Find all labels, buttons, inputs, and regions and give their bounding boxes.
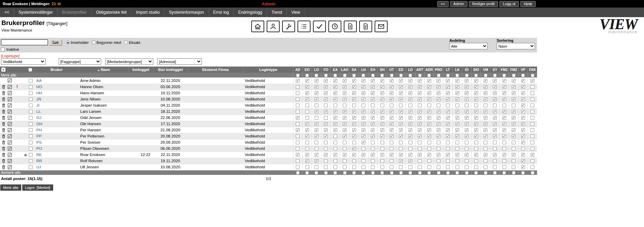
deselect-all-checkbox-pro[interactable] bbox=[437, 171, 440, 175]
access-checkbox-lo[interactable] bbox=[315, 104, 318, 107]
access-checkbox-io[interactable] bbox=[465, 159, 469, 163]
row-select-checkbox[interactable] bbox=[29, 104, 33, 107]
access-checkbox-ea[interactable] bbox=[333, 128, 337, 132]
access-checkbox-ed[interactable] bbox=[399, 85, 403, 89]
user-code-link[interactable]: AA bbox=[36, 79, 41, 83]
access-checkbox-ut[interactable] bbox=[390, 116, 393, 120]
access-checkbox-ld[interactable] bbox=[409, 97, 412, 101]
access-checkbox-pro[interactable] bbox=[437, 110, 440, 113]
edit-row-icon[interactable] bbox=[7, 152, 12, 157]
access-checkbox-vm[interactable] bbox=[484, 104, 487, 107]
access-checkbox-fm1[interactable] bbox=[502, 122, 506, 126]
select-all-checkbox-lk[interactable] bbox=[455, 74, 459, 77]
access-checkbox-pro[interactable] bbox=[437, 147, 440, 151]
select-all-checkbox-sio[interactable] bbox=[474, 74, 478, 77]
access-checkbox-lh[interactable] bbox=[362, 122, 365, 126]
edit-row-icon[interactable] bbox=[7, 84, 12, 89]
access-checkbox-io[interactable] bbox=[465, 97, 469, 101]
access-checkbox-lt[interactable] bbox=[446, 79, 450, 83]
access-checkbox-eh[interactable] bbox=[371, 159, 375, 163]
access-checkbox-ed[interactable] bbox=[399, 104, 403, 107]
access-checkbox-lao[interactable] bbox=[343, 79, 347, 83]
access-checkbox-fo[interactable] bbox=[324, 141, 328, 144]
access-checkbox-fak[interactable] bbox=[531, 141, 534, 144]
select-all-checkbox-fm1[interactable] bbox=[502, 74, 506, 77]
delete-row-icon[interactable] bbox=[1, 146, 6, 151]
access-checkbox-ea[interactable] bbox=[333, 110, 337, 113]
row-select-checkbox[interactable] bbox=[29, 141, 33, 144]
access-checkbox-vm[interactable] bbox=[484, 97, 487, 101]
access-checkbox-fm2[interactable] bbox=[512, 85, 515, 89]
select-all-checkbox-fm2[interactable] bbox=[512, 74, 515, 77]
access-checkbox-eo[interactable] bbox=[305, 91, 309, 95]
access-checkbox-ad[interactable] bbox=[296, 141, 300, 144]
access-checkbox-fak[interactable] bbox=[531, 134, 534, 138]
access-checkbox-pro[interactable] bbox=[437, 165, 440, 169]
row-select-checkbox[interactable] bbox=[29, 153, 33, 157]
access-checkbox-lt[interactable] bbox=[446, 128, 450, 132]
deselect-all-checkbox-lk[interactable] bbox=[455, 171, 459, 175]
access-checkbox-lh[interactable] bbox=[362, 110, 365, 113]
access-checkbox-sa[interactable] bbox=[352, 104, 356, 107]
access-checkbox-vm[interactable] bbox=[484, 79, 487, 83]
access-checkbox-ea[interactable] bbox=[333, 91, 337, 95]
edit-row-icon[interactable] bbox=[7, 97, 12, 102]
access-checkbox-sa[interactable] bbox=[352, 85, 356, 89]
match-option-inneholder[interactable]: Inneholder bbox=[66, 40, 89, 45]
access-checkbox-vp[interactable] bbox=[521, 110, 525, 113]
access-checkbox-pro[interactable] bbox=[437, 97, 440, 101]
access-checkbox-art[interactable] bbox=[418, 134, 422, 138]
delete-row-icon[interactable] bbox=[1, 134, 6, 139]
select-all-checkbox-fo[interactable] bbox=[324, 74, 328, 77]
access-checkbox-sy[interactable] bbox=[493, 104, 497, 107]
search-button[interactable]: Søk bbox=[49, 39, 62, 46]
select-all-checkbox[interactable] bbox=[28, 68, 32, 72]
delete-row-icon[interactable] bbox=[1, 103, 6, 108]
access-checkbox-ed[interactable] bbox=[399, 79, 403, 83]
access-checkbox-lk[interactable] bbox=[455, 97, 459, 101]
access-checkbox-fak[interactable] bbox=[531, 85, 534, 89]
select-all-checkbox-fak[interactable] bbox=[531, 74, 534, 77]
access-checkbox-ld[interactable] bbox=[409, 85, 412, 89]
access-checkbox-sa[interactable] bbox=[352, 159, 356, 163]
select-all-checkbox-io[interactable] bbox=[465, 74, 469, 77]
access-checkbox-eo[interactable] bbox=[305, 141, 309, 144]
user-button[interactable] bbox=[267, 21, 280, 32]
access-checkbox-fo[interactable] bbox=[324, 165, 328, 169]
access-checkbox-sh[interactable] bbox=[380, 85, 384, 89]
access-checkbox-ad[interactable] bbox=[296, 134, 300, 138]
deselect-all-checkbox-eh[interactable] bbox=[371, 171, 375, 175]
access-checkbox-io[interactable] bbox=[465, 85, 469, 89]
deselect-all-checkbox-lh[interactable] bbox=[362, 171, 365, 175]
access-checkbox-fm2[interactable] bbox=[512, 165, 515, 169]
access-checkbox-fo[interactable] bbox=[324, 122, 328, 126]
access-checkbox-lt[interactable] bbox=[446, 147, 450, 151]
access-checkbox-lo[interactable] bbox=[315, 79, 318, 83]
access-checkbox-sh[interactable] bbox=[380, 97, 384, 101]
access-checkbox-ed[interactable] bbox=[399, 128, 403, 132]
access-checkbox-ed[interactable] bbox=[399, 122, 403, 126]
access-checkbox-io[interactable] bbox=[465, 116, 469, 120]
access-checkbox-sa[interactable] bbox=[352, 128, 356, 132]
access-checkbox-ed[interactable] bbox=[399, 91, 403, 95]
access-checkbox-sio[interactable] bbox=[474, 134, 478, 138]
access-checkbox-lk[interactable] bbox=[455, 110, 459, 113]
access-checkbox-lao[interactable] bbox=[343, 165, 347, 169]
access-checkbox-lh[interactable] bbox=[362, 97, 365, 101]
access-checkbox-lt[interactable] bbox=[446, 97, 450, 101]
access-checkbox-vp[interactable] bbox=[521, 116, 525, 120]
access-checkbox-adr[interactable] bbox=[427, 79, 431, 83]
save-marked-button[interactable]: Lagre [Merket] bbox=[22, 184, 53, 191]
access-checkbox-lo[interactable] bbox=[315, 116, 318, 120]
row-select-checkbox[interactable] bbox=[29, 116, 33, 120]
access-checkbox-ut[interactable] bbox=[390, 85, 393, 89]
access-checkbox-sh[interactable] bbox=[380, 153, 384, 157]
access-checkbox-ut[interactable] bbox=[390, 153, 393, 157]
access-checkbox-lh[interactable] bbox=[362, 104, 365, 107]
edit-row-icon[interactable] bbox=[7, 140, 12, 145]
access-checkbox-sy[interactable] bbox=[493, 79, 497, 83]
access-checkbox-vm[interactable] bbox=[484, 116, 487, 120]
access-checkbox-adr[interactable] bbox=[427, 128, 431, 132]
access-checkbox-fak[interactable] bbox=[531, 116, 534, 120]
search-input[interactable] bbox=[1, 39, 48, 45]
